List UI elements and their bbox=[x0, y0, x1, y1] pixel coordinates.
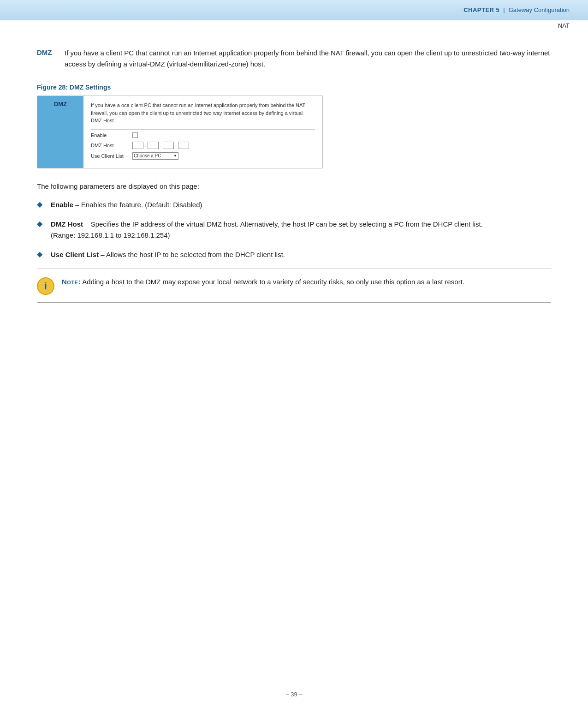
main-content: DMZ If you have a client PC that cannot … bbox=[0, 34, 588, 330]
screenshot-sidebar-label: DMZ bbox=[54, 101, 67, 108]
chapter-label: Chapter 5 bbox=[463, 6, 499, 13]
note-label: Note: bbox=[62, 278, 81, 286]
bullet-term-enable: Enable bbox=[51, 201, 73, 209]
figure-screenshot: DMZ If you have a oca client PC that can… bbox=[37, 96, 323, 168]
screenshot-row-dmzhost: DMZ Host . . . bbox=[91, 142, 315, 150]
bullet-content-enable: Enable – Enables the feature. (Default: … bbox=[51, 199, 202, 210]
bullet-term-clientlist: Use Client List bbox=[51, 251, 99, 258]
bullet-section: ◆ Enable – Enables the feature. (Default… bbox=[37, 199, 551, 260]
bullet-term-dmzhost: DMZ Host bbox=[51, 220, 83, 228]
header-bar: Chapter 5 | Gateway Configuration bbox=[0, 0, 588, 20]
screenshot-select-arrow: ▼ bbox=[173, 153, 177, 159]
note-box: i Note: Adding a host to the DMZ may exp… bbox=[37, 269, 551, 303]
screenshot-row-enable: Enable bbox=[91, 132, 315, 139]
screenshot-select-text: Choose a PC bbox=[134, 152, 161, 159]
dmz-intro-section: DMZ If you have a client PC that cannot … bbox=[37, 48, 551, 70]
note-body: Adding a host to the DMZ may expose your… bbox=[82, 278, 464, 286]
chapter-title: Gateway Configuration bbox=[509, 6, 570, 13]
screenshot-dmzhost-label: DMZ Host bbox=[91, 142, 132, 150]
bullet-desc-dmzhost: – Specifies the IP address of the virtua… bbox=[51, 220, 483, 239]
info-icon: i bbox=[37, 277, 54, 295]
bullet-diamond-2: ◆ bbox=[37, 219, 44, 228]
bullet-item-dmzhost: ◆ DMZ Host – Specifies the IP address of… bbox=[37, 219, 551, 241]
figure-caption: Figure 28: DMZ Settings bbox=[37, 84, 551, 91]
bullet-content-dmzhost: DMZ Host – Specifies the IP address of t… bbox=[51, 219, 483, 241]
ip-box-3 bbox=[163, 142, 174, 149]
bullet-desc-enable: – Enables the feature. (Default: Disable… bbox=[75, 201, 202, 209]
header-separator: | bbox=[503, 6, 505, 13]
bullet-item-clientlist: ◆ Use Client List – Allows the host IP t… bbox=[37, 249, 551, 260]
ip-box-4 bbox=[178, 142, 189, 149]
screenshot-select: Choose a PC ▼ bbox=[132, 152, 178, 160]
dmz-intro-text: If you have a client PC that cannot run … bbox=[65, 48, 551, 70]
page-number: – 39 – bbox=[285, 691, 302, 698]
dmz-term-label: DMZ bbox=[37, 48, 55, 70]
bullet-diamond-1: ◆ bbox=[37, 200, 44, 209]
screenshot-row-clientlist: Use Client List Choose a PC ▼ bbox=[91, 152, 315, 160]
ip-box-1 bbox=[132, 142, 143, 149]
screenshot-enable-checkbox bbox=[132, 132, 138, 138]
note-text: Note: Adding a host to the DMZ may expos… bbox=[62, 276, 464, 288]
page-footer: – 39 – bbox=[0, 691, 588, 698]
screenshot-divider bbox=[91, 129, 315, 130]
bullet-content-clientlist: Use Client List – Allows the host IP to … bbox=[51, 249, 285, 260]
screenshot-enable-label: Enable bbox=[91, 132, 132, 139]
bullet-item-enable: ◆ Enable – Enables the feature. (Default… bbox=[37, 199, 551, 210]
ip-box-2 bbox=[148, 142, 159, 149]
screenshot-content-area: If you have a oca client PC that cannot … bbox=[83, 96, 322, 168]
bullet-diamond-3: ◆ bbox=[37, 250, 44, 258]
screenshot-sidebar: DMZ bbox=[37, 96, 83, 168]
screenshot-desc: If you have a oca client PC that cannot … bbox=[91, 102, 315, 125]
screenshot-ip-input: . . . bbox=[132, 142, 189, 149]
screenshot-clientlist-label: Use Client List bbox=[91, 152, 132, 160]
bullet-desc-clientlist: – Allows the host IP to be selected from… bbox=[101, 251, 285, 258]
params-intro: The following parameters are displayed o… bbox=[37, 182, 551, 190]
header-nat: NAT bbox=[0, 22, 588, 29]
